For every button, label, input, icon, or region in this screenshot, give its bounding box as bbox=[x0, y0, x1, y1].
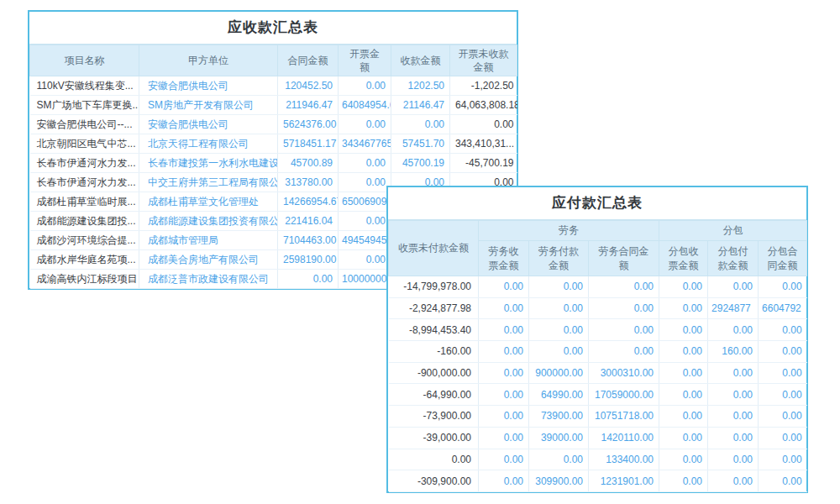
table-cell: 65006909. bbox=[339, 192, 391, 212]
table-cell: -900,000.00 bbox=[389, 362, 479, 384]
table-cell: 长春市伊通河水力发... bbox=[30, 173, 139, 192]
table-cell: 133400.00 bbox=[589, 449, 659, 470]
table-row: -39,000.000.0039000.001420110.000.000.00… bbox=[389, 427, 807, 449]
column-header-subcontract-contract-amount: 分包合同金额 bbox=[759, 241, 807, 276]
column-group-subcontract: 分包 bbox=[659, 221, 807, 241]
table-cell: 900000.00 bbox=[529, 362, 589, 384]
table-cell: -1,202.50 bbox=[450, 76, 517, 96]
table-row: 0.000.000.00133400.000.000.000.00 bbox=[389, 449, 807, 470]
table-cell: 64990.00 bbox=[529, 384, 589, 406]
table-row: SM广场地下车库更换...SM房地产开发有限公司211946.476408495… bbox=[30, 96, 517, 115]
table-cell: 0.00 bbox=[759, 341, 807, 363]
table-cell: 0.00 bbox=[529, 297, 589, 319]
table-cell: 0.00 bbox=[659, 470, 708, 492]
table-cell: 6604792 bbox=[759, 297, 807, 319]
table-cell: -64,990.00 bbox=[389, 384, 479, 406]
table-cell[interactable]: 安徽合肥供电公司 bbox=[139, 76, 278, 96]
table-cell: 0.00 bbox=[529, 341, 589, 363]
table-cell: 0.00 bbox=[708, 406, 759, 428]
table-cell: 7104463.00 bbox=[278, 231, 339, 250]
table-cell: 北京朝阳区电气中芯... bbox=[30, 134, 139, 154]
table-cell: 221416.04 bbox=[278, 212, 339, 231]
table-cell[interactable]: SM房地产开发有限公司 bbox=[139, 96, 278, 115]
table-cell: 45700.89 bbox=[278, 154, 339, 173]
table-cell[interactable]: 成都美合房地产有限公司 bbox=[139, 250, 278, 270]
table-row: 安徽合肥供电公司--...安徽合肥供电公司5624376.000.000.000… bbox=[30, 115, 517, 134]
table-cell[interactable]: 成都泛普市政建设有限公司 bbox=[139, 270, 278, 289]
column-header-party-a: 甲方单位 bbox=[139, 45, 278, 76]
table-cell: 2924877 bbox=[708, 297, 759, 319]
table-cell[interactable]: 中交王府井第三工程局有限公司 bbox=[139, 173, 278, 192]
table-cell: -309,900.00 bbox=[389, 470, 479, 492]
table-row: -14,799,978.000.000.000.000.000.000.00 bbox=[389, 276, 807, 298]
column-group-labor: 劳务 bbox=[479, 221, 659, 241]
table-cell: 1231901.00 bbox=[589, 470, 659, 492]
table-cell[interactable]: 北京天得工程有限公司 bbox=[139, 134, 278, 154]
table-cell: 17059000.00 bbox=[589, 384, 659, 406]
table-row: 北京朝阳区电气中芯...北京天得工程有限公司5718451.1734346776… bbox=[30, 134, 517, 154]
table-cell: 0.00 bbox=[479, 406, 529, 428]
table-cell: 120452.50 bbox=[278, 76, 339, 96]
table-cell[interactable]: 成都杜甫草堂文化管理处 bbox=[139, 192, 278, 212]
table-cell: 0.00 bbox=[708, 276, 759, 298]
table-cell: 21146.47 bbox=[391, 96, 450, 115]
table-cell: 0.00 bbox=[529, 449, 589, 470]
table-cell: 73900.00 bbox=[529, 406, 589, 428]
table-cell: 211946.47 bbox=[278, 96, 339, 115]
table-row: -2,924,877.980.000.000.000.0029248776604… bbox=[389, 297, 807, 319]
table-cell: 49454945. bbox=[339, 231, 391, 250]
table-row: -8,994,453.400.000.000.000.000.000.00 bbox=[389, 319, 807, 341]
payables-table: 收票未付款金额 劳务 分包 劳务收票金额 劳务付款金额 劳务合同金额 分包收票金… bbox=[388, 220, 807, 492]
table-cell[interactable]: 成都城市管理局 bbox=[139, 231, 278, 250]
table-cell: 0.00 bbox=[479, 384, 529, 406]
table-cell: -73,900.00 bbox=[389, 406, 479, 428]
column-header-labor-payment-amount: 劳务付款金额 bbox=[529, 241, 589, 276]
table-cell: 110kV安徽线程集变... bbox=[30, 76, 139, 96]
table-cell: 0.00 bbox=[708, 362, 759, 384]
table-cell: -8,994,453.40 bbox=[389, 319, 479, 341]
table-cell: SM广场地下车库更换... bbox=[30, 96, 139, 115]
table-row: 长春市伊通河水力发...长春市建投第一水利水电建设有限45700.890.004… bbox=[30, 154, 517, 173]
table-cell: 45700.19 bbox=[391, 154, 450, 173]
table-row: -900,000.000.00900000.003000310.000.000.… bbox=[389, 362, 807, 384]
table-cell: 0.00 bbox=[759, 427, 807, 449]
table-cell[interactable]: 成都能源建设集团投资有限公司 bbox=[139, 212, 278, 231]
table-cell: 343,410,31... bbox=[450, 134, 517, 154]
table-cell: 0.00 bbox=[759, 406, 807, 428]
table-cell: -14,799,978.00 bbox=[389, 276, 479, 298]
table-cell: 0.00 bbox=[339, 250, 391, 270]
table-cell: 0.00 bbox=[389, 449, 479, 470]
table-cell: 1202.50 bbox=[391, 76, 450, 96]
header-row: 项目名称 甲方单位 合同金额 开票金额 收款金额 开票未收款金额 bbox=[30, 45, 517, 76]
receivables-title: 应收款汇总表 bbox=[29, 12, 517, 45]
payables-body: -14,799,978.000.000.000.000.000.000.00-2… bbox=[389, 276, 807, 492]
payables-title: 应付款汇总表 bbox=[388, 187, 806, 220]
table-cell: -45,700.19 bbox=[450, 154, 517, 173]
table-cell[interactable]: 安徽合肥供电公司 bbox=[139, 115, 278, 134]
report-canvas: 应收款汇总表 项目名称 甲方单位 合同金额 开票金额 收款金额 开票未收款金额 … bbox=[0, 0, 840, 504]
table-cell[interactable]: 长春市建投第一水利水电建设有限 bbox=[139, 154, 278, 173]
table-cell: 成渝高铁内江标段项目 bbox=[30, 270, 139, 289]
table-cell: 成都能源建设集团投... bbox=[30, 212, 139, 231]
table-row: 110kV安徽线程集变...安徽合肥供电公司120452.500.001202.… bbox=[30, 76, 517, 96]
table-cell: 0.00 bbox=[708, 384, 759, 406]
column-header-received-amount: 收款金额 bbox=[391, 45, 450, 76]
table-cell: 0.00 bbox=[479, 276, 529, 298]
table-cell: 0.00 bbox=[339, 212, 391, 231]
table-cell: -2,924,877.98 bbox=[389, 297, 479, 319]
receivables-header: 项目名称 甲方单位 合同金额 开票金额 收款金额 开票未收款金额 bbox=[30, 45, 517, 76]
payables-header: 收票未付款金额 劳务 分包 劳务收票金额 劳务付款金额 劳务合同金额 分包收票金… bbox=[389, 221, 807, 276]
group-header-row: 收票未付款金额 劳务 分包 bbox=[389, 221, 807, 241]
table-cell: 343467765. bbox=[339, 134, 391, 154]
table-cell: 0.00 bbox=[589, 297, 659, 319]
table-cell: 10000000. bbox=[339, 270, 391, 289]
table-cell: 0.00 bbox=[479, 319, 529, 341]
column-header-labor-contract-amount: 劳务合同金额 bbox=[589, 241, 659, 276]
table-cell: 2598190.00 bbox=[278, 250, 339, 270]
table-cell: 0.00 bbox=[759, 449, 807, 470]
table-cell: 313780.00 bbox=[278, 173, 339, 192]
column-header-labor-invoice-amount: 劳务收票金额 bbox=[479, 241, 529, 276]
table-cell: 10751718.00 bbox=[589, 406, 659, 428]
table-cell: 0.00 bbox=[659, 427, 708, 449]
column-header-contract-amount: 合同金额 bbox=[278, 45, 339, 76]
